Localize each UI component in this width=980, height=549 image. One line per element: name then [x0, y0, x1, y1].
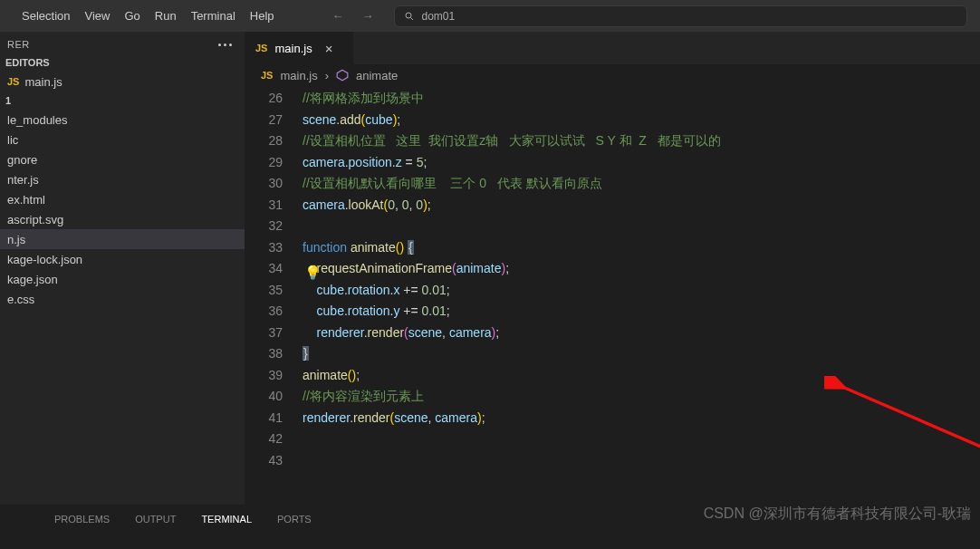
open-editor-label: main.js — [24, 75, 62, 89]
line-gutter: 262728293031323334353637383940414243 — [245, 86, 299, 505]
breadcrumb-file: main.js — [280, 69, 317, 82]
js-file-icon: JS — [261, 70, 273, 81]
menu-run[interactable]: Run — [148, 0, 184, 32]
search-placeholder: dom01 — [422, 10, 456, 23]
close-icon[interactable]: × — [325, 41, 333, 56]
tab-label: main.js — [274, 42, 312, 55]
explorer-title: RER — [7, 39, 30, 50]
panel-tab-terminal[interactable]: TERMINAL — [201, 514, 252, 526]
breadcrumb-symbol: animate — [356, 69, 398, 82]
js-file-icon: JS — [255, 43, 267, 53]
watermark: CSDN @深圳市有德者科技有限公司-耿瑞 — [704, 505, 971, 524]
more-icon[interactable] — [218, 43, 232, 46]
tree-item[interactable]: le_modules — [0, 110, 245, 130]
search-icon — [404, 11, 415, 22]
svg-line-1 — [410, 17, 413, 20]
tab-main-js[interactable]: JS main.js × — [245, 32, 353, 64]
lightbulb-icon[interactable]: 💡 — [304, 262, 322, 284]
annotation-arrow — [824, 376, 980, 505]
open-editors-section[interactable]: EDITORS — [0, 53, 245, 72]
project-section[interactable]: 1 — [0, 92, 245, 110]
menu-terminal[interactable]: Terminal — [184, 0, 243, 32]
tree-item[interactable]: ascript.svg — [0, 209, 245, 229]
panel-tab-output[interactable]: OUTPUT — [135, 514, 176, 526]
svg-line-4 — [842, 387, 980, 505]
explorer-sidebar: RER EDITORS JS main.js 1 le_moduleslicgn… — [0, 32, 245, 505]
tree-item[interactable]: lic — [0, 130, 245, 149]
svg-point-0 — [406, 13, 411, 18]
nav-back-icon[interactable]: ← — [327, 9, 350, 23]
tree-item[interactable]: gnore — [0, 149, 245, 169]
panel-tab-ports[interactable]: PORTS — [277, 514, 312, 526]
tree-item[interactable]: ex.html — [0, 189, 245, 209]
code-editor[interactable]: 💡 262728293031323334353637383940414243 /… — [245, 86, 980, 505]
menu-help[interactable]: Help — [243, 0, 282, 32]
tree-item[interactable]: nter.js — [0, 169, 245, 189]
open-editor-item[interactable]: JS main.js — [0, 72, 245, 92]
menu-selection[interactable]: Selection — [14, 0, 77, 32]
tree-item[interactable]: kage.json — [0, 269, 245, 289]
svg-marker-2 — [337, 70, 348, 81]
chevron-right-icon: › — [325, 69, 329, 82]
breadcrumb[interactable]: JS main.js › animate — [245, 64, 980, 86]
nav-arrows: ← → — [327, 9, 380, 23]
search-input[interactable]: dom01 — [394, 5, 967, 27]
code-content[interactable]: //将网格添加到场景中scene.add(cube);//设置相机位置 这里 我… — [299, 86, 721, 505]
menu-view[interactable]: View — [77, 0, 117, 32]
editor-tabs: JS main.js × — [245, 32, 980, 64]
method-icon — [336, 69, 349, 82]
menubar: SelectionViewGoRunTerminalHelp ← → dom01 — [0, 0, 980, 32]
js-file-icon: JS — [7, 76, 19, 87]
tree-item[interactable]: kage-lock.json — [0, 249, 245, 269]
nav-forward-icon[interactable]: → — [357, 9, 380, 23]
tree-item[interactable]: n.js — [0, 229, 245, 249]
tree-item[interactable]: e.css — [0, 289, 245, 309]
panel-tab-problems[interactable]: PROBLEMS — [54, 514, 110, 526]
menu-go[interactable]: Go — [117, 0, 147, 32]
